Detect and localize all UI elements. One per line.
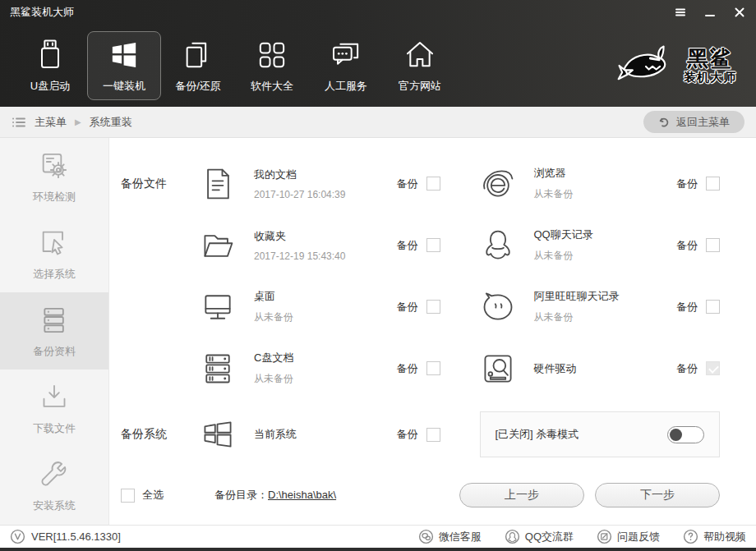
antivirus-cell: [已关闭] 杀毒模式 bbox=[480, 411, 721, 457]
document-icon bbox=[200, 166, 236, 202]
backup-checkbox-qq-chat[interactable] bbox=[706, 238, 720, 252]
nav-label: U盘启动 bbox=[30, 79, 70, 94]
back-button-label: 返回主菜单 bbox=[676, 115, 730, 130]
item-status: 从未备份 bbox=[534, 249, 593, 263]
antivirus-label: [已关闭] 杀毒模式 bbox=[496, 427, 579, 442]
next-step-button[interactable]: 下一步 bbox=[595, 483, 720, 507]
version-info: VER[11.5.46.1330] bbox=[10, 529, 121, 544]
item-status: 2017-12-19 15:43:40 bbox=[254, 250, 345, 262]
backup-system-row: 备份系统 当前系统 备份 [已关闭] 杀毒模式 bbox=[121, 399, 720, 470]
version-icon bbox=[10, 529, 25, 544]
item-name: 阿里旺旺聊天记录 bbox=[534, 289, 620, 304]
select-system-icon bbox=[38, 227, 71, 259]
sidebar-label: 备份资料 bbox=[33, 344, 76, 359]
nav-item-official-site[interactable]: 官方网站 bbox=[383, 31, 457, 100]
nav-item-software[interactable]: 软件大全 bbox=[235, 31, 309, 100]
backup-row: C盘文档从未备份 备份 硬件驱动 备份 bbox=[121, 337, 720, 399]
backup-checkbox-browser[interactable] bbox=[706, 177, 720, 191]
backup-panel: 备份文件 我的文档2017-10-27 16:04:39 备份 浏览器从未备份 … bbox=[109, 138, 756, 525]
close-icon bbox=[735, 7, 744, 17]
home-icon bbox=[403, 39, 436, 71]
item-status: 从未备份 bbox=[534, 187, 574, 201]
nav-label: 官方网站 bbox=[399, 79, 441, 94]
select-all-checkbox[interactable] bbox=[121, 489, 135, 503]
nav-item-one-key-install[interactable]: 一键装机 bbox=[87, 31, 161, 100]
backup-item-desktop: 桌面从未备份 备份 bbox=[200, 289, 440, 325]
nav-item-support[interactable]: 人工服务 bbox=[309, 31, 383, 100]
status-link-label: QQ交流群 bbox=[525, 530, 574, 544]
backup-checkbox-current-system[interactable] bbox=[426, 428, 440, 442]
hard-drive-icon bbox=[480, 351, 516, 387]
nav-label: 一键装机 bbox=[103, 79, 145, 94]
toggle-knob bbox=[670, 429, 682, 441]
sidebar-item-backup-data[interactable]: 备份资料 bbox=[0, 292, 108, 370]
backup-checkbox-desktop[interactable] bbox=[426, 300, 440, 314]
sidebar-item-env-check[interactable]: 环境检测 bbox=[0, 138, 108, 215]
status-link-label: 问题反馈 bbox=[617, 530, 660, 544]
backup-label: 备份 bbox=[397, 361, 418, 376]
backup-dir-link[interactable]: D:\heisha\bak\ bbox=[268, 489, 336, 501]
nav-item-usb-boot[interactable]: U盘启动 bbox=[13, 31, 87, 100]
backup-item-c-drive-docs: C盘文档从未备份 备份 bbox=[200, 351, 440, 387]
backup-item-wangwang-chat: 阿里旺旺聊天记录从未备份 备份 bbox=[480, 289, 721, 325]
window-title: 黑鲨装机大师 bbox=[10, 5, 74, 20]
item-status: 从未备份 bbox=[254, 310, 293, 324]
group-label-files: 备份文件 bbox=[121, 177, 200, 191]
main-nav: U盘启动 一键装机 备份/还原 软件大全 人工服务 官方网站 bbox=[0, 25, 756, 107]
desktop-icon bbox=[200, 289, 236, 325]
item-name: 硬件驱动 bbox=[534, 361, 577, 376]
item-status: 从未备份 bbox=[254, 372, 293, 386]
backup-checkbox-favorites[interactable] bbox=[426, 238, 440, 252]
windows-icon bbox=[108, 39, 141, 71]
help-video-link[interactable]: 帮助视频 bbox=[683, 529, 746, 544]
backup-label: 备份 bbox=[397, 177, 418, 191]
menu-button[interactable] bbox=[674, 6, 687, 19]
steps-sidebar: 环境检测 选择系统 备份资料 下载文件 安装系统 bbox=[0, 138, 109, 525]
undo-arrow-icon bbox=[658, 117, 670, 128]
breadcrumb-root[interactable]: 主菜单 bbox=[35, 115, 67, 130]
list-icon bbox=[12, 115, 26, 130]
antivirus-toggle[interactable] bbox=[667, 426, 704, 443]
previous-step-button[interactable]: 上一步 bbox=[459, 483, 584, 507]
status-link-label: 帮助视频 bbox=[703, 530, 746, 544]
sidebar-label: 环境检测 bbox=[33, 190, 76, 204]
backup-checkbox-c-drive[interactable] bbox=[426, 361, 440, 375]
minimize-button[interactable] bbox=[703, 6, 717, 19]
qq-group-link[interactable]: QQ交流群 bbox=[505, 529, 574, 544]
nav-item-backup-restore[interactable]: 备份/还原 bbox=[161, 31, 235, 100]
environment-check-icon bbox=[38, 149, 71, 182]
app-window: 黑鲨装机大师 U盘启动 一键装机 bbox=[0, 0, 756, 551]
sidebar-item-select-system[interactable]: 选择系统 bbox=[0, 215, 108, 292]
sidebar-item-download-files[interactable]: 下载文件 bbox=[0, 370, 108, 447]
wangwang-icon bbox=[480, 289, 516, 325]
bottom-action-row: 全选 备份目录：D:\heisha\bak\ 上一步 下一步 bbox=[121, 483, 720, 507]
backup-checkbox-wangwang-chat[interactable] bbox=[706, 300, 720, 314]
sidebar-item-install-system[interactable]: 安装系统 bbox=[0, 447, 108, 524]
backup-label: 备份 bbox=[676, 361, 698, 376]
item-name: 收藏夹 bbox=[254, 229, 345, 244]
backup-item-browser: 浏览器从未备份 备份 bbox=[480, 166, 721, 202]
group-label-system: 备份系统 bbox=[121, 427, 200, 442]
logo-line2: 装机大师 bbox=[684, 71, 736, 84]
backup-item-my-documents: 我的文档2017-10-27 16:04:39 备份 bbox=[200, 166, 440, 202]
status-link-label: 微信客服 bbox=[439, 530, 482, 544]
backup-item-hardware-driver: 硬件驱动 备份 bbox=[480, 351, 721, 387]
item-name: 桌面 bbox=[254, 289, 293, 304]
close-button[interactable] bbox=[733, 6, 746, 19]
backup-row: 备份文件 我的文档2017-10-27 16:04:39 备份 浏览器从未备份 … bbox=[121, 153, 720, 214]
backup-restore-icon bbox=[182, 39, 214, 71]
item-name: 当前系统 bbox=[254, 427, 297, 442]
logo-line1: 黑鲨 bbox=[684, 48, 736, 70]
feedback-link[interactable]: 问题反馈 bbox=[597, 529, 660, 544]
select-all-label: 全选 bbox=[142, 488, 164, 503]
hamburger-icon bbox=[675, 7, 685, 17]
backup-label: 备份 bbox=[676, 300, 698, 315]
folder-icon bbox=[200, 227, 236, 264]
backup-checkbox-my-documents[interactable] bbox=[426, 177, 440, 191]
ie-browser-icon bbox=[480, 166, 516, 202]
backup-checkbox-hardware-driver bbox=[706, 361, 720, 375]
back-to-main-menu-button[interactable]: 返回主菜单 bbox=[643, 111, 744, 133]
breadcrumb: 主菜单 ▶ 系统重装 返回主菜单 bbox=[0, 107, 756, 138]
wechat-support-link[interactable]: 微信客服 bbox=[418, 529, 482, 544]
qq-penguin-icon bbox=[480, 227, 516, 264]
